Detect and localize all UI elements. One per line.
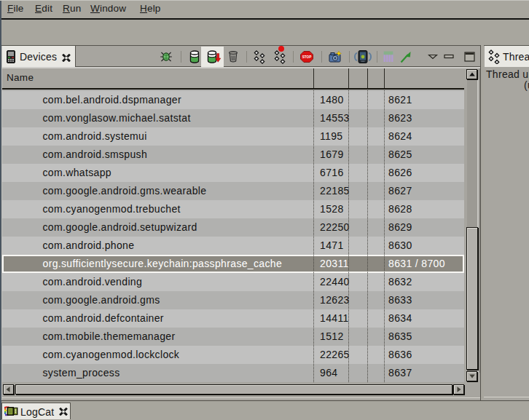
svg-text:STOP: STOP: [302, 55, 311, 59]
